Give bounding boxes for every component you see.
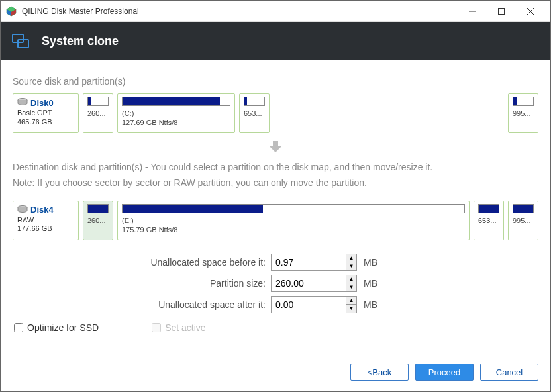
destination-note: Destination disk and partition(s) - You …	[13, 160, 538, 191]
proceed-button[interactable]: Proceed	[415, 364, 474, 381]
unit-label: MB	[364, 299, 377, 310]
dest-disk-info[interactable]: Disk4 RAW 177.66 GB	[13, 201, 79, 240]
before-input[interactable]	[271, 254, 357, 271]
minimize-button[interactable]	[458, 1, 487, 21]
after-input[interactable]	[271, 296, 357, 313]
before-spin-up[interactable]: ▲	[346, 254, 356, 263]
before-spin-down[interactable]: ▼	[346, 262, 356, 270]
disk-icon	[17, 97, 28, 109]
dest-disk-row: Disk4 RAW 177.66 GB 260... (E:) 175.79 G…	[13, 201, 538, 240]
after-label: Unallocated space after it:	[13, 299, 271, 310]
source-disk-type: Basic GPT	[17, 109, 74, 118]
source-disk-info[interactable]: Disk0 Basic GPT 465.76 GB	[13, 93, 79, 133]
dest-disk-size: 177.66 GB	[17, 224, 74, 234]
dest-line-1: Destination disk and partition(s) - You …	[13, 160, 538, 175]
set-active-checkbox: Set active	[152, 322, 205, 333]
after-spin-down[interactable]: ▼	[346, 305, 356, 313]
dest-partition-0[interactable]: 260...	[83, 201, 113, 240]
dest-line-2: Note: If you choose sector by sector or …	[13, 175, 538, 191]
size-spin-up[interactable]: ▲	[346, 275, 356, 284]
dest-partition-2[interactable]: 653...	[474, 201, 504, 240]
disk-icon	[17, 204, 28, 216]
after-spin-up[interactable]: ▲	[346, 297, 356, 305]
dest-disk-name: Disk4	[30, 205, 54, 215]
dest-partition-3[interactable]: 995...	[508, 201, 538, 240]
source-section-label: Source disk and partition(s)	[13, 76, 538, 87]
source-disk-row: Disk0 Basic GPT 465.76 GB 260... (C:) 12…	[13, 93, 538, 133]
window-title: QILING Disk Master Professional	[22, 7, 458, 16]
maximize-button[interactable]	[487, 1, 516, 21]
unit-label: MB	[364, 278, 377, 289]
clone-icon	[11, 32, 30, 50]
dest-partition-1[interactable]: (E:) 175.79 GB Ntfs/8	[117, 201, 470, 240]
size-input[interactable]	[271, 275, 357, 292]
back-button[interactable]: <Back	[350, 364, 409, 381]
before-label: Unallocated space before it:	[13, 257, 271, 268]
page-header: System clone	[1, 22, 550, 60]
source-disk-name: Disk0	[30, 98, 54, 108]
size-label: Partition size:	[13, 278, 271, 289]
app-icon	[6, 6, 17, 17]
source-partition-2[interactable]: 653...	[239, 93, 270, 133]
svg-rect-5	[499, 8, 505, 14]
dest-disk-type: RAW	[17, 216, 74, 225]
titlebar: QILING Disk Master Professional	[1, 1, 550, 22]
cancel-button[interactable]: Cancel	[480, 364, 538, 381]
source-partition-3[interactable]: 995...	[508, 93, 538, 133]
unit-label: MB	[364, 257, 377, 268]
size-spin-down[interactable]: ▼	[346, 283, 356, 291]
source-partition-1[interactable]: (C:) 127.69 GB Ntfs/8	[117, 93, 235, 133]
source-disk-size: 465.76 GB	[17, 118, 74, 127]
footer-buttons: <Back Proceed Cancel	[350, 364, 538, 381]
arrow-down-icon	[13, 133, 538, 160]
close-button[interactable]	[516, 1, 545, 21]
page-title: System clone	[42, 34, 119, 48]
optimize-ssd-checkbox[interactable]: Optimize for SSD	[14, 322, 99, 333]
source-partition-0[interactable]: 260...	[83, 93, 113, 133]
